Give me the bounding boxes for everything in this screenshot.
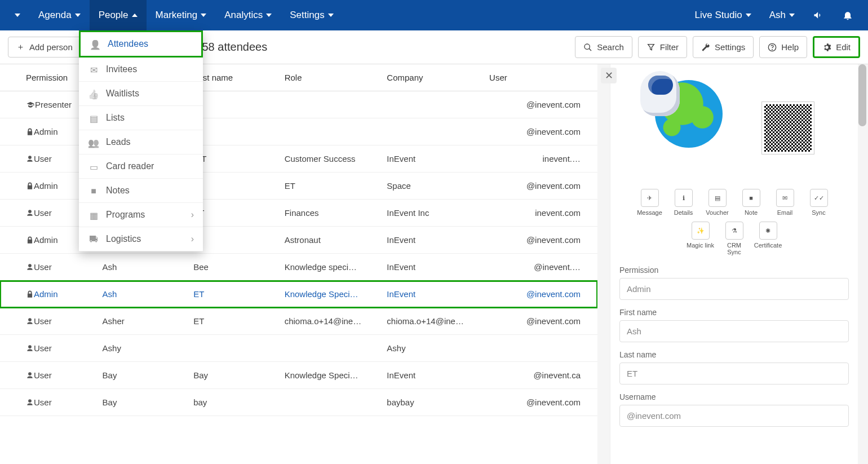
- card-icon: ▭: [88, 162, 99, 171]
- bell-icon[interactable]: [833, 0, 862, 30]
- chevron-right-icon: ›: [191, 210, 194, 220]
- action-magic-link[interactable]: ✨Magic link: [687, 222, 715, 255]
- action-icon: ✉: [776, 189, 794, 207]
- column-header[interactable]: User: [484, 64, 597, 91]
- plus-icon: ＋: [16, 42, 25, 52]
- action-label: Note: [737, 209, 765, 216]
- nav-agenda[interactable]: Agenda: [29, 0, 90, 30]
- filter-icon: [646, 43, 656, 52]
- submenu-item-card-reader[interactable]: ▭Card reader: [79, 154, 203, 179]
- nav-settings[interactable]: Settings: [281, 0, 342, 30]
- submenu-label: Attendees: [108, 39, 148, 49]
- submenu-label: Programs: [106, 210, 145, 220]
- action-label: Certificate: [754, 242, 782, 249]
- gear-icon: [822, 43, 831, 52]
- avatar-illustration: [655, 80, 751, 176]
- last-name-input[interactable]: [619, 363, 849, 385]
- table-row[interactable]: UserAshBeeKnowledge speci…InEvent@ineven…: [0, 254, 597, 281]
- list-icon: ▤: [88, 113, 99, 122]
- action-voucher[interactable]: ▤Voucher: [703, 189, 732, 216]
- megaphone-icon[interactable]: [804, 0, 833, 30]
- nav-live-studio[interactable]: Live Studio: [686, 0, 760, 30]
- submenu-item-lists[interactable]: ▤Lists: [79, 106, 203, 130]
- truck-icon: ⛟: [88, 235, 99, 244]
- action-label: Details: [670, 209, 698, 216]
- submenu-item-attendees[interactable]: 👤Attendees: [79, 30, 203, 58]
- action-label: Magic link: [687, 242, 715, 249]
- chevron-down-icon: [789, 14, 795, 17]
- table-row[interactable]: UserBaybaybaybay@inevent.com: [0, 389, 597, 416]
- edit-button[interactable]: Edit: [813, 36, 860, 58]
- column-header[interactable]: Company: [381, 64, 484, 91]
- table-row[interactable]: UserBayBayKnowledge Speci…InEvent@ineven…: [0, 362, 597, 389]
- grid-icon: ▦: [88, 210, 99, 219]
- chevron-down-icon: [201, 14, 206, 17]
- submenu-item-leads[interactable]: 👥Leads: [79, 130, 203, 154]
- help-button[interactable]: Help: [759, 36, 807, 58]
- first-name-input[interactable]: [619, 320, 849, 342]
- submenu-item-notes[interactable]: ■Notes: [79, 179, 203, 203]
- chevron-right-icon: ›: [191, 234, 194, 244]
- chevron-down-icon: [75, 14, 81, 17]
- first-name-label: First name: [619, 308, 849, 317]
- people-submenu: 👤Attendees✉Invitees👍Waitlists▤Lists👥Lead…: [79, 30, 203, 251]
- submenu-label: Logistics: [106, 234, 141, 244]
- action-label: Sync: [805, 209, 833, 216]
- nav-marketing[interactable]: Marketing: [147, 0, 216, 30]
- close-panel-button[interactable]: ✕: [601, 68, 617, 83]
- submenu-item-programs[interactable]: ▦Programs›: [79, 203, 203, 227]
- detail-panel: ✈MessageℹDetails▤Voucher■Note✉Email✓✓Syn…: [610, 64, 858, 464]
- nav-people[interactable]: People: [90, 0, 147, 30]
- action-label: Voucher: [703, 209, 732, 216]
- nav-prev[interactable]: [6, 0, 29, 30]
- chevron-down-icon: [328, 14, 334, 17]
- action-note[interactable]: ■Note: [737, 189, 765, 216]
- thumbs-up-icon: 👍: [88, 89, 99, 98]
- submenu-label: Notes: [106, 185, 130, 196]
- column-header[interactable]: Role: [279, 64, 382, 91]
- action-icon: ⚗: [725, 222, 743, 240]
- last-name-label: Last name: [619, 350, 849, 359]
- search-button[interactable]: Search: [575, 36, 632, 58]
- qr-code: [762, 102, 814, 154]
- table-row[interactable]: UserAsherETchioma.o+14@ine…chioma.o+14@i…: [0, 308, 597, 335]
- action-email[interactable]: ✉Email: [771, 189, 799, 216]
- action-icon: ✈: [641, 189, 659, 207]
- person-icon: 👤: [90, 39, 101, 48]
- envelope-icon: ✉: [88, 65, 99, 74]
- username-label: Username: [619, 392, 849, 401]
- svg-point-0: [584, 44, 590, 49]
- submenu-item-logistics[interactable]: ⛟Logistics›: [79, 227, 203, 251]
- scrollbar-thumb[interactable]: [858, 64, 866, 126]
- action-message[interactable]: ✈Message: [636, 189, 664, 216]
- nav-analytics[interactable]: Analytics: [215, 0, 281, 30]
- action-icon: ✺: [759, 222, 777, 240]
- submenu-label: Waitlists: [106, 89, 139, 99]
- nav-user[interactable]: Ash: [760, 0, 804, 30]
- action-label: CRM Sync: [720, 242, 749, 255]
- wrench-icon: [701, 43, 710, 52]
- action-sync[interactable]: ✓✓Sync: [805, 189, 833, 216]
- group-icon: 👥: [88, 138, 99, 147]
- submenu-item-invitees[interactable]: ✉Invitees: [79, 58, 203, 82]
- action-label: Message: [636, 209, 664, 216]
- permission-select[interactable]: Admin: [619, 278, 849, 300]
- table-row[interactable]: AdminAshETKnowledge Speci…InEvent@ineven…: [0, 281, 597, 308]
- action-icon: ▤: [708, 189, 727, 207]
- chevron-down-icon: [266, 14, 272, 17]
- action-details[interactable]: ℹDetails: [670, 189, 698, 216]
- panel-hero: [619, 70, 849, 185]
- filter-button[interactable]: Filter: [638, 36, 687, 58]
- panel-actions: ✈MessageℹDetails▤Voucher■Note✉Email✓✓Syn…: [619, 189, 849, 255]
- chevron-down-icon: [746, 14, 751, 17]
- top-nav: Agenda People Marketing Analytics Settin…: [0, 0, 868, 30]
- settings-button[interactable]: Settings: [693, 36, 754, 58]
- submenu-label: Lists: [106, 113, 125, 123]
- action-crm-sync[interactable]: ⚗CRM Sync: [720, 222, 749, 255]
- chevron-up-icon: [132, 14, 138, 17]
- add-person-button[interactable]: ＋Add person: [8, 37, 81, 58]
- submenu-item-waitlists[interactable]: 👍Waitlists: [79, 82, 203, 106]
- username-input[interactable]: [619, 405, 849, 427]
- action-certificate[interactable]: ✺Certificate: [754, 222, 782, 255]
- table-row[interactable]: UserAshyAshy: [0, 335, 597, 362]
